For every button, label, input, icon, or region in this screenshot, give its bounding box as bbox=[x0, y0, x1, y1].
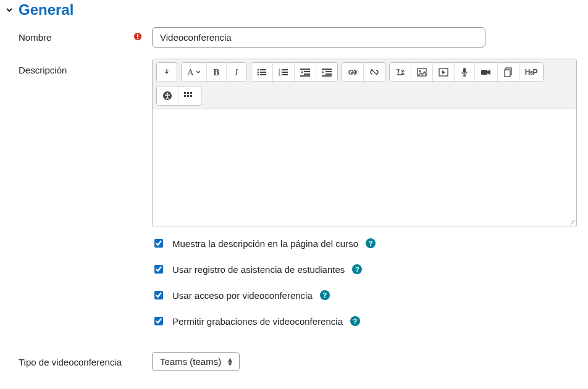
checkbox-label-recordings: Permitir grabaciones de videoconferencia bbox=[172, 316, 343, 327]
svg-rect-1 bbox=[137, 34, 138, 37]
name-input[interactable] bbox=[152, 27, 485, 48]
editor-textarea[interactable] bbox=[153, 109, 576, 220]
equation-button[interactable] bbox=[390, 63, 411, 82]
svg-rect-29 bbox=[505, 70, 510, 77]
svg-rect-6 bbox=[260, 72, 266, 73]
required-icon bbox=[133, 32, 142, 43]
help-icon[interactable]: ? bbox=[366, 238, 376, 248]
svg-rect-35 bbox=[184, 95, 186, 97]
row-checkboxes: Muestra la descripción en la página del … bbox=[5, 237, 577, 341]
checkbox-row-recordings: Permitir grabaciones de videoconferencia… bbox=[152, 315, 577, 327]
svg-point-5 bbox=[258, 72, 259, 73]
vc-type-select[interactable]: Teams (teams) bbox=[152, 352, 240, 371]
svg-rect-33 bbox=[187, 92, 189, 94]
ul-button[interactable] bbox=[251, 63, 273, 82]
svg-point-7 bbox=[258, 74, 259, 76]
a11y-button[interactable] bbox=[157, 86, 178, 105]
svg-point-24 bbox=[419, 70, 421, 72]
toolbar-group bbox=[156, 62, 177, 82]
indent-button[interactable] bbox=[316, 63, 337, 82]
checkbox-attendance[interactable] bbox=[154, 265, 163, 274]
help-icon[interactable]: ? bbox=[320, 290, 330, 300]
svg-rect-21 bbox=[326, 73, 332, 75]
svg-rect-15 bbox=[300, 69, 310, 70]
toolbar-group: ABI bbox=[181, 62, 247, 82]
svg-rect-17 bbox=[304, 73, 310, 75]
label-name: Nombre bbox=[19, 32, 51, 43]
svg-rect-4 bbox=[260, 69, 266, 70]
svg-rect-22 bbox=[322, 75, 332, 77]
video-button[interactable] bbox=[475, 63, 498, 82]
svg-rect-14 bbox=[282, 74, 288, 75]
checkbox-vc-access[interactable] bbox=[154, 291, 163, 299]
svg-rect-18 bbox=[300, 75, 310, 77]
svg-rect-2 bbox=[137, 38, 138, 40]
screenreader-button[interactable] bbox=[178, 86, 201, 105]
svg-rect-26 bbox=[463, 68, 466, 73]
chevron-down-icon bbox=[5, 6, 14, 14]
svg-text:3: 3 bbox=[279, 73, 280, 77]
files-button[interactable] bbox=[498, 63, 519, 82]
media-button[interactable] bbox=[433, 63, 455, 82]
checkbox-show-desc[interactable] bbox=[154, 239, 163, 248]
label-description: Descripción bbox=[19, 65, 67, 75]
svg-point-31 bbox=[167, 93, 169, 94]
svg-rect-34 bbox=[190, 92, 192, 94]
svg-rect-32 bbox=[184, 92, 186, 94]
expand-button[interactable] bbox=[157, 63, 177, 82]
checkbox-row-show-desc: Muestra la descripción en la página del … bbox=[152, 237, 577, 249]
help-icon[interactable]: ? bbox=[352, 264, 362, 274]
toolbar-group: 123 bbox=[251, 62, 338, 82]
editor-toolbar: ABI123H5P bbox=[153, 59, 576, 109]
svg-rect-19 bbox=[322, 69, 332, 70]
image-button[interactable] bbox=[411, 63, 433, 82]
svg-rect-37 bbox=[190, 95, 192, 97]
svg-rect-12 bbox=[282, 72, 288, 73]
bold-button[interactable]: B bbox=[207, 63, 227, 82]
checkbox-label-attendance: Usar registro de asistencia de estudiant… bbox=[172, 264, 345, 275]
h5p-button[interactable]: H5P bbox=[519, 63, 543, 82]
outdent-button[interactable] bbox=[295, 63, 316, 82]
mic-button[interactable] bbox=[455, 63, 475, 82]
section-header[interactable]: General bbox=[5, 1, 577, 19]
link-button[interactable] bbox=[342, 63, 364, 82]
svg-rect-20 bbox=[326, 71, 332, 72]
checkbox-label-vc-access: Usar acceso por videoconferencia bbox=[172, 290, 313, 301]
toolbar-group bbox=[342, 62, 385, 82]
italic-button[interactable]: I bbox=[227, 63, 246, 82]
ol-button[interactable]: 123 bbox=[273, 63, 295, 82]
checkbox-label-show-desc: Muestra la descripción en la página del … bbox=[172, 238, 358, 249]
row-vc-type: Tipo de videoconferencia Teams (teams) ▲… bbox=[5, 352, 577, 371]
svg-point-3 bbox=[258, 69, 259, 71]
rich-text-editor: ABI123H5P bbox=[152, 59, 577, 227]
resize-handle[interactable] bbox=[153, 220, 576, 227]
toolbar-group: H5P bbox=[389, 62, 544, 82]
styles-button[interactable]: A bbox=[182, 63, 207, 82]
svg-rect-8 bbox=[260, 74, 266, 75]
row-name: Nombre bbox=[5, 27, 577, 48]
checkbox-row-attendance: Usar registro de asistencia de estudiant… bbox=[152, 263, 577, 275]
svg-rect-27 bbox=[481, 70, 487, 75]
svg-rect-36 bbox=[187, 95, 189, 97]
label-vc-type: Tipo de videoconferencia bbox=[19, 357, 122, 367]
svg-rect-10 bbox=[282, 69, 288, 70]
toolbar-group bbox=[156, 86, 201, 106]
unlink-button[interactable] bbox=[364, 63, 385, 82]
checkbox-row-vc-access: Usar acceso por videoconferencia ? bbox=[152, 289, 577, 301]
svg-rect-16 bbox=[304, 71, 310, 72]
section-title: General bbox=[19, 1, 74, 19]
help-icon[interactable]: ? bbox=[350, 316, 360, 326]
row-description: Descripción ABI123H5P bbox=[5, 59, 577, 227]
checkbox-recordings[interactable] bbox=[154, 317, 163, 325]
